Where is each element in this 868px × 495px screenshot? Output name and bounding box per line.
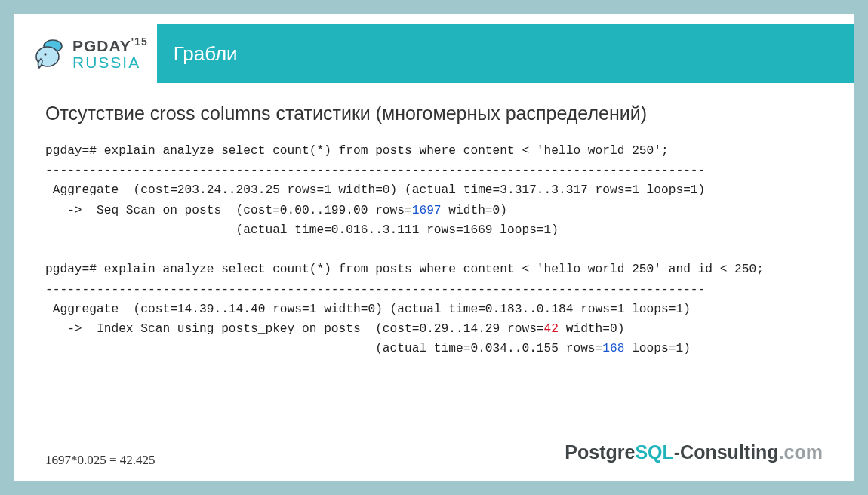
code-line: -> Index Scan using posts_pkey on posts …: [45, 322, 624, 336]
code-line: ----------------------------------------…: [45, 283, 705, 297]
highlight-rows: 168: [602, 342, 624, 355]
highlight-rows: 42: [544, 322, 559, 336]
code-line: (actual time=0.016..3.111 rows=1669 loop…: [45, 223, 559, 237]
code-line: pgday=# explain analyze select count(*) …: [45, 263, 764, 276]
code-line: -> Seq Scan on posts (cost=0.00..199.00 …: [45, 204, 507, 217]
title-bar: Грабли: [157, 24, 854, 83]
code-line: (actual time=0.034..0.155 rows=168 loops…: [45, 342, 691, 355]
code-line: Aggregate (cost=203.24..203.25 rows=1 wi…: [45, 183, 705, 197]
header: PGDAY'15 RUSSIA Грабли: [14, 24, 854, 83]
code-line: pgday=# explain analyze select count(*) …: [45, 144, 669, 158]
logo-area: PGDAY'15 RUSSIA: [14, 24, 157, 83]
slide-heading: Отсутствие cross columns статистики (мно…: [45, 103, 823, 125]
code-line: Aggregate (cost=14.39..14.40 rows=1 widt…: [45, 303, 691, 316]
logo-line1: PGDAY'15: [72, 36, 148, 54]
footnote-calculation: 1697*0.025 = 42.425: [45, 453, 155, 468]
code-line: ----------------------------------------…: [45, 164, 705, 177]
svg-point-2: [44, 53, 46, 55]
logo-line2: RUSSIA: [72, 54, 148, 71]
highlight-rows: 1697: [412, 204, 442, 217]
title-bar-text: Грабли: [174, 42, 238, 66]
slide: PGDAY'15 RUSSIA Грабли Отсутствие cross …: [14, 14, 854, 481]
content: Отсутствие cross columns статистики (мно…: [14, 83, 854, 481]
footer-brand: PostgreSQL-Consulting.com: [565, 441, 823, 463]
code-block: pgday=# explain analyze select count(*) …: [45, 141, 823, 359]
logo-text: PGDAY'15 RUSSIA: [72, 36, 148, 71]
elephant-icon: [32, 36, 66, 71]
